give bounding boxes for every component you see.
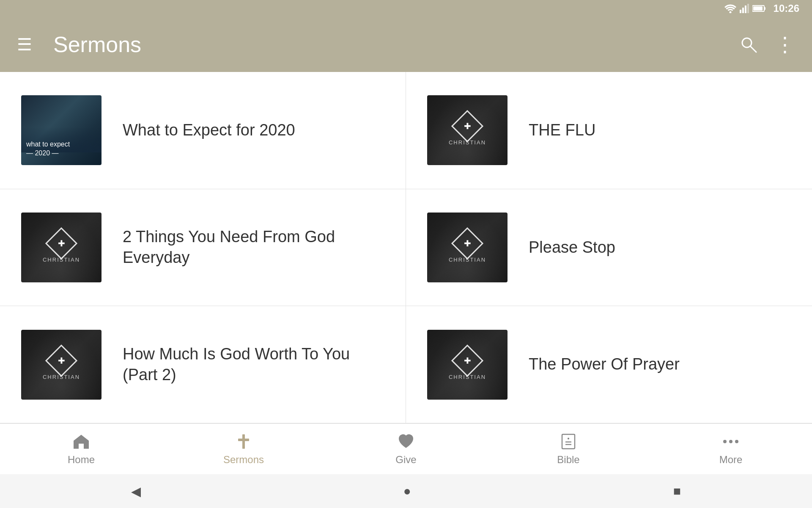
give-heart-icon (397, 433, 415, 450)
sermon-thumbnail-1: what to expect— 2020 — (21, 95, 102, 165)
nav-label-give: Give (395, 454, 416, 466)
bible-icon (560, 433, 577, 450)
cross-icon-3: ✚ (58, 239, 65, 248)
home-button[interactable]: ● (403, 484, 411, 498)
menu-icon[interactable]: ☰ (17, 36, 32, 53)
sermon-thumbnail-4: ✚ CHRISTIAN (427, 213, 508, 282)
christian-logo-3: ✚ CHRISTIAN (43, 232, 80, 263)
sermon-item-5[interactable]: ✚ CHRISTIAN How Much Is God Worth To You… (0, 306, 406, 423)
nav-item-home[interactable]: Home (47, 433, 115, 466)
battery-icon (752, 5, 766, 12)
nav-item-more[interactable]: More (697, 433, 765, 466)
status-icons: 10:26 (724, 3, 799, 14)
sermon-item-2[interactable]: ✚ CHRISTIAN THE FLU (406, 72, 812, 189)
cross-icon-5: ✚ (58, 356, 65, 365)
svg-rect-2 (742, 8, 744, 13)
android-nav-bar: ◀ ● ■ (0, 474, 812, 508)
bottom-nav: Home Sermons Give Bible Mor (0, 423, 812, 474)
search-icon[interactable] (739, 35, 758, 54)
nav-label-more: More (719, 454, 743, 466)
nav-label-sermons: Sermons (223, 454, 264, 466)
nav-item-give[interactable]: Give (372, 433, 440, 466)
christian-diamond-5: ✚ (45, 344, 77, 376)
svg-rect-6 (753, 6, 763, 11)
sermon-thumbnail-3: ✚ CHRISTIAN (21, 213, 102, 282)
app-bar: ☰ Sermons ⋮ (0, 17, 812, 72)
svg-rect-3 (745, 6, 746, 13)
back-button[interactable]: ◀ (131, 484, 141, 499)
christian-logo-6: ✚ CHRISTIAN (449, 349, 486, 380)
more-icon (722, 433, 740, 450)
status-bar: 10:26 (0, 0, 812, 17)
christian-diamond-6: ✚ (451, 344, 483, 376)
nav-label-home: Home (68, 454, 95, 466)
sermon-title-2: THE FLU (529, 120, 595, 141)
recent-button[interactable]: ■ (673, 484, 681, 498)
svg-rect-11 (238, 439, 249, 441)
sermons-cross-icon (235, 433, 252, 450)
cross-icon-4: ✚ (464, 239, 471, 248)
cross-icon: ✚ (464, 122, 471, 130)
sermon-title-5: How Much Is God Worth To You (Part 2) (123, 344, 384, 386)
sermon-thumbnail-2: ✚ CHRISTIAN (427, 95, 508, 165)
svg-line-9 (750, 46, 756, 52)
sermon-title-3: 2 Things You Need From God Everyday (123, 226, 384, 268)
app-title: Sermons (53, 32, 739, 57)
svg-rect-4 (747, 4, 749, 13)
sermon-thumbnail-6: ✚ CHRISTIAN (427, 330, 508, 400)
toolbar-icons: ⋮ (739, 33, 795, 56)
christian-logo: ✚ CHRISTIAN (449, 115, 486, 146)
sermon-title-1: What to Expect for 2020 (123, 120, 295, 141)
svg-rect-1 (740, 10, 741, 13)
sermon-item-1[interactable]: what to expect— 2020 — What to Expect fo… (0, 72, 406, 189)
sermon-title-4: Please Stop (529, 237, 615, 258)
more-options-icon[interactable]: ⋮ (775, 33, 795, 56)
wifi-icon (724, 4, 736, 13)
christian-logo-5: ✚ CHRISTIAN (43, 349, 80, 380)
christian-diamond-3: ✚ (45, 227, 77, 260)
christian-diamond: ✚ (451, 110, 483, 142)
svg-point-19 (735, 440, 738, 443)
sermon-title-6: The Power Of Prayer (529, 354, 680, 375)
svg-rect-7 (764, 7, 765, 10)
nav-label-bible: Bible (557, 454, 579, 466)
home-icon (72, 433, 90, 450)
sermon-item-3[interactable]: ✚ CHRISTIAN 2 Things You Need From God E… (0, 189, 406, 306)
sermon-item-6[interactable]: ✚ CHRISTIAN The Power Of Prayer (406, 306, 812, 423)
sermon-grid: what to expect— 2020 — What to Expect fo… (0, 72, 812, 423)
christian-logo-4: ✚ CHRISTIAN (449, 232, 486, 263)
svg-rect-10 (242, 434, 245, 449)
sermon-item-4[interactable]: ✚ CHRISTIAN Please Stop (406, 189, 812, 306)
status-time: 10:26 (774, 3, 799, 14)
nav-item-sermons[interactable]: Sermons (210, 433, 277, 466)
nav-item-bible[interactable]: Bible (535, 433, 602, 466)
main-content: what to expect— 2020 — What to Expect fo… (0, 72, 812, 423)
thumb-text: what to expect— 2020 — (26, 140, 70, 158)
sermon-thumbnail-5: ✚ CHRISTIAN (21, 330, 102, 400)
svg-point-18 (729, 440, 732, 443)
svg-point-17 (723, 440, 727, 443)
signal-icon (740, 4, 749, 13)
christian-diamond-4: ✚ (451, 227, 483, 260)
svg-point-0 (729, 11, 731, 14)
cross-icon-6: ✚ (464, 356, 471, 365)
